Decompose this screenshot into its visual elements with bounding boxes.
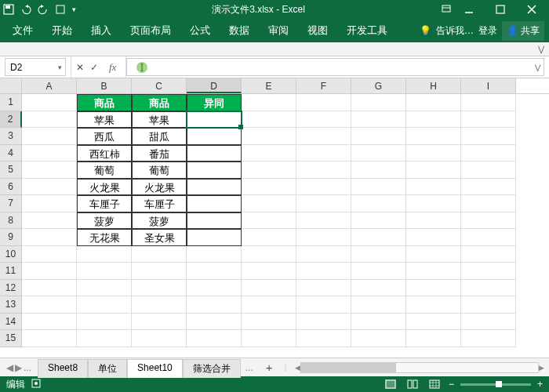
cell-I13[interactable] bbox=[461, 296, 516, 314]
cell-F15[interactable] bbox=[296, 330, 351, 347]
cell-I5[interactable] bbox=[461, 162, 516, 179]
cell-A12[interactable] bbox=[22, 280, 77, 297]
share-button[interactable]: 👤共享 bbox=[502, 21, 544, 41]
cell-C11[interactable] bbox=[132, 263, 187, 280]
cell-C4[interactable]: 番茄 bbox=[132, 145, 187, 162]
cell-H3[interactable] bbox=[406, 128, 461, 145]
sheet-tab-Sheet8[interactable]: Sheet8 bbox=[38, 359, 88, 378]
select-all-corner[interactable] bbox=[0, 78, 22, 93]
cell-I10[interactable] bbox=[461, 246, 516, 263]
worksheet-grid[interactable]: ABCDEFGHI 1商品商品异同2苹果苹果3西瓜甜瓜4西红柿番茄5葡萄葡萄6火… bbox=[0, 78, 549, 358]
cell-F10[interactable] bbox=[296, 246, 351, 263]
cell-I4[interactable] bbox=[461, 145, 516, 162]
cancel-icon[interactable]: ✕ bbox=[76, 62, 84, 73]
cell-D10[interactable] bbox=[187, 246, 242, 263]
cell-F11[interactable] bbox=[296, 263, 351, 280]
cell-B10[interactable] bbox=[77, 246, 132, 263]
tab-nav-next-icon[interactable]: ▶ bbox=[15, 362, 22, 373]
cell-I7[interactable] bbox=[461, 195, 516, 212]
cell-A2[interactable] bbox=[22, 111, 77, 129]
scroll-left-icon[interactable]: ◀ bbox=[295, 364, 300, 372]
cell-C13[interactable] bbox=[132, 296, 187, 314]
row-header-6[interactable]: 6 bbox=[0, 179, 22, 196]
cell-G9[interactable] bbox=[351, 229, 406, 246]
tell-me[interactable]: 告诉我… bbox=[436, 24, 474, 38]
cell-H14[interactable] bbox=[406, 314, 461, 331]
maximize-button[interactable] bbox=[486, 1, 514, 18]
cell-C3[interactable]: 甜瓜 bbox=[132, 128, 187, 145]
name-box[interactable]: D2 ▾ bbox=[5, 58, 66, 76]
cell-G7[interactable] bbox=[351, 195, 406, 212]
touch-icon[interactable] bbox=[55, 4, 66, 15]
cell-C5[interactable]: 葡萄 bbox=[132, 162, 187, 179]
redo-icon[interactable] bbox=[38, 4, 49, 15]
cell-A11[interactable] bbox=[22, 263, 77, 280]
undo-icon[interactable] bbox=[20, 4, 31, 15]
cell-E10[interactable] bbox=[242, 246, 296, 263]
sheet-tab-Sheet10[interactable]: Sheet10 bbox=[127, 359, 183, 378]
cell-A6[interactable] bbox=[22, 179, 77, 196]
zoom-in-button[interactable]: + bbox=[537, 379, 543, 390]
cell-G1[interactable] bbox=[351, 94, 406, 111]
cell-D4[interactable] bbox=[187, 145, 242, 162]
tab-review[interactable]: 审阅 bbox=[260, 19, 296, 42]
tab-pagelayout[interactable]: 页面布局 bbox=[122, 19, 179, 42]
cell-F3[interactable] bbox=[296, 128, 351, 145]
cell-E14[interactable] bbox=[242, 314, 296, 331]
cell-A10[interactable] bbox=[22, 246, 77, 263]
cell-F4[interactable] bbox=[296, 145, 351, 162]
cell-E6[interactable] bbox=[242, 179, 296, 196]
tab-view[interactable]: 视图 bbox=[300, 19, 336, 42]
row-header-11[interactable]: 11 bbox=[0, 263, 22, 280]
cell-D8[interactable] bbox=[187, 212, 242, 230]
cell-G13[interactable] bbox=[351, 296, 406, 314]
cell-F8[interactable] bbox=[296, 212, 351, 230]
cell-I15[interactable] bbox=[461, 330, 516, 347]
cell-B7[interactable]: 车厘子 bbox=[77, 195, 132, 212]
cell-B4[interactable]: 西红柿 bbox=[77, 145, 132, 162]
cell-F12[interactable] bbox=[296, 280, 351, 297]
cell-E3[interactable] bbox=[242, 128, 296, 145]
cell-A1[interactable] bbox=[22, 94, 77, 111]
scroll-right-icon[interactable]: ▶ bbox=[539, 364, 544, 372]
cell-F9[interactable] bbox=[296, 229, 351, 246]
cell-G6[interactable] bbox=[351, 179, 406, 196]
cell-G5[interactable] bbox=[351, 162, 406, 179]
cell-A14[interactable] bbox=[22, 314, 77, 331]
cell-C7[interactable]: 车厘子 bbox=[132, 195, 187, 212]
cell-B6[interactable]: 火龙果 bbox=[77, 179, 132, 196]
col-header-C[interactable]: C bbox=[132, 78, 187, 93]
cell-C12[interactable] bbox=[132, 280, 187, 297]
cell-G14[interactable] bbox=[351, 314, 406, 331]
cell-I14[interactable] bbox=[461, 314, 516, 331]
sheet-tab-筛选合并[interactable]: 筛选合并 bbox=[183, 359, 241, 378]
cell-F13[interactable] bbox=[296, 296, 351, 314]
cell-B11[interactable] bbox=[77, 263, 132, 280]
cell-I8[interactable] bbox=[461, 212, 516, 230]
cell-G12[interactable] bbox=[351, 280, 406, 297]
tab-file[interactable]: 文件 bbox=[5, 19, 41, 42]
cell-F1[interactable] bbox=[296, 94, 351, 111]
col-header-F[interactable]: F bbox=[296, 78, 351, 93]
row-header-9[interactable]: 9 bbox=[0, 229, 22, 246]
cell-D5[interactable] bbox=[187, 162, 242, 179]
expand-ribbon-icon[interactable]: ⋁ bbox=[538, 45, 544, 53]
cell-B13[interactable] bbox=[77, 296, 132, 314]
cell-C6[interactable]: 火龙果 bbox=[132, 179, 187, 196]
row-header-8[interactable]: 8 bbox=[0, 212, 22, 230]
pagebreak-view-icon[interactable] bbox=[427, 378, 442, 390]
cell-H15[interactable] bbox=[406, 330, 461, 347]
cell-G8[interactable] bbox=[351, 212, 406, 230]
row-header-14[interactable]: 14 bbox=[0, 314, 22, 331]
cell-H6[interactable] bbox=[406, 179, 461, 196]
row-header-12[interactable]: 12 bbox=[0, 280, 22, 297]
cell-I11[interactable] bbox=[461, 263, 516, 280]
tab-formulas[interactable]: 公式 bbox=[182, 19, 218, 42]
col-header-G[interactable]: G bbox=[351, 78, 406, 93]
cell-E13[interactable] bbox=[242, 296, 296, 314]
col-header-E[interactable]: E bbox=[242, 78, 296, 93]
formula-input[interactable]: ⋁ bbox=[126, 58, 544, 76]
cell-A13[interactable] bbox=[22, 296, 77, 314]
cell-D7[interactable] bbox=[187, 195, 242, 212]
cell-H11[interactable] bbox=[406, 263, 461, 280]
